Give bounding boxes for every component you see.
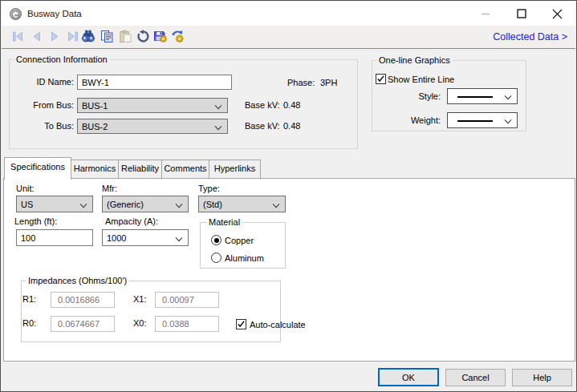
- impedances-group-label: Impedances (Ohms/100'): [26, 276, 129, 285]
- maximize-button[interactable]: [503, 2, 539, 26]
- from-bus-kv-value: 0.48: [283, 100, 300, 110]
- tab-comments[interactable]: Comments: [161, 160, 209, 178]
- phase-value: 3PH: [320, 78, 337, 87]
- r0-input[interactable]: 0.0674667: [51, 316, 115, 332]
- show-entire-line-label: Show Entire Line: [388, 75, 454, 84]
- mfr-select[interactable]: (Generic): [102, 196, 189, 212]
- chevron-down-icon: [272, 200, 280, 209]
- show-entire-line-checkbox[interactable]: [376, 74, 386, 84]
- auto-calculate-checkbox[interactable]: [236, 319, 246, 329]
- tab-strip: Specifications Harmonics Reliability Com…: [1, 157, 577, 179]
- app-icon: [10, 8, 22, 20]
- chevron-down-icon: [214, 101, 222, 111]
- unit-label: Unit:: [16, 184, 35, 193]
- chevron-down-icon: [214, 122, 222, 131]
- to-bus-label: To Bus:: [1, 121, 74, 131]
- length-label: Length (ft):: [14, 216, 57, 226]
- tab-specifications[interactable]: Specifications: [4, 157, 71, 180]
- window-title: Busway Data: [27, 2, 82, 26]
- to-bus-select[interactable]: BUS-2: [77, 119, 228, 134]
- undo-icon[interactable]: [136, 29, 150, 43]
- chevron-down-icon: [504, 116, 512, 126]
- chevron-down-icon: [79, 200, 87, 209]
- unit-select[interactable]: US: [16, 196, 93, 212]
- mfr-label: Mfr:: [102, 184, 117, 193]
- nav-last-icon[interactable]: [66, 29, 80, 43]
- type-select[interactable]: (Std): [198, 196, 286, 212]
- line-style-select[interactable]: [447, 88, 518, 104]
- radio-dot: [214, 238, 219, 243]
- busway-data-dialog: Busway Data: [0, 0, 577, 392]
- ok-button[interactable]: OK: [378, 368, 439, 386]
- collected-data-link[interactable]: Collected Data >: [493, 26, 567, 48]
- help-button[interactable]: Help: [512, 369, 572, 386]
- apply-defaults-icon[interactable]: [171, 29, 185, 43]
- material-group-label: Material: [206, 217, 242, 227]
- from-bus-select[interactable]: BUS-1: [77, 98, 228, 113]
- to-bus-kv-label: Base kV:: [245, 121, 280, 131]
- tab-harmonics[interactable]: Harmonics: [71, 160, 119, 178]
- x0-label: X0:: [133, 318, 147, 328]
- r1-label: R1:: [22, 294, 36, 304]
- from-bus-label: From Bus:: [1, 100, 74, 110]
- id-name-label: ID Name:: [1, 77, 74, 87]
- close-button[interactable]: [539, 2, 575, 26]
- paste-icon: [118, 29, 132, 43]
- one-line-graphics-group-label: One-line Graphics: [376, 55, 453, 65]
- chevron-down-icon: [175, 233, 183, 243]
- nav-previous-icon[interactable]: [29, 29, 43, 43]
- title-bar: Busway Data: [2, 2, 575, 26]
- aluminum-radio[interactable]: [211, 253, 221, 263]
- weight-label: Weight:: [370, 115, 441, 125]
- phase-label: Phase:: [287, 78, 315, 87]
- r0-label: R0:: [22, 318, 36, 328]
- line-weight-select[interactable]: [447, 112, 518, 128]
- save-defaults-icon[interactable]: [153, 29, 168, 43]
- length-input[interactable]: 100: [16, 229, 93, 246]
- ampacity-combo[interactable]: 1000: [102, 229, 189, 246]
- x1-input[interactable]: 0.00097: [155, 292, 219, 308]
- chevron-down-icon: [175, 200, 183, 209]
- nav-next-icon[interactable]: [47, 29, 62, 43]
- to-bus-kv-value: 0.48: [283, 121, 300, 131]
- from-bus-kv-label: Base kV:: [245, 100, 280, 110]
- ampacity-label: Ampacity (A):: [105, 216, 158, 226]
- chevron-down-icon: [504, 92, 512, 102]
- find-icon[interactable]: [81, 29, 95, 43]
- x0-input[interactable]: 0.0388: [155, 316, 219, 332]
- tab-reliability[interactable]: Reliability: [118, 160, 162, 178]
- copy-icon[interactable]: [100, 29, 114, 43]
- aluminum-radio-label: Aluminum: [225, 253, 264, 263]
- type-label: Type:: [198, 184, 220, 193]
- copper-radio[interactable]: [211, 235, 221, 245]
- id-name-input[interactable]: BWY-1: [77, 75, 232, 90]
- line-weight-sample: [457, 120, 493, 122]
- impedances-group: Impedances (Ohms/100'): [21, 281, 281, 342]
- r1-input[interactable]: 0.0016866: [51, 292, 115, 308]
- minimize-button: [467, 2, 503, 26]
- cancel-button[interactable]: Cancel: [445, 369, 506, 386]
- x1-label: X1:: [133, 294, 147, 304]
- nav-first-icon[interactable]: [10, 29, 25, 43]
- connection-information-group-label: Connection Information: [14, 55, 110, 64]
- tab-hyperlinks[interactable]: Hyperlinks: [209, 160, 261, 178]
- auto-calculate-label: Auto-calculate: [250, 320, 306, 329]
- line-style-sample: [457, 96, 493, 98]
- style-label: Style:: [370, 91, 441, 101]
- copper-radio-label: Copper: [225, 236, 254, 245]
